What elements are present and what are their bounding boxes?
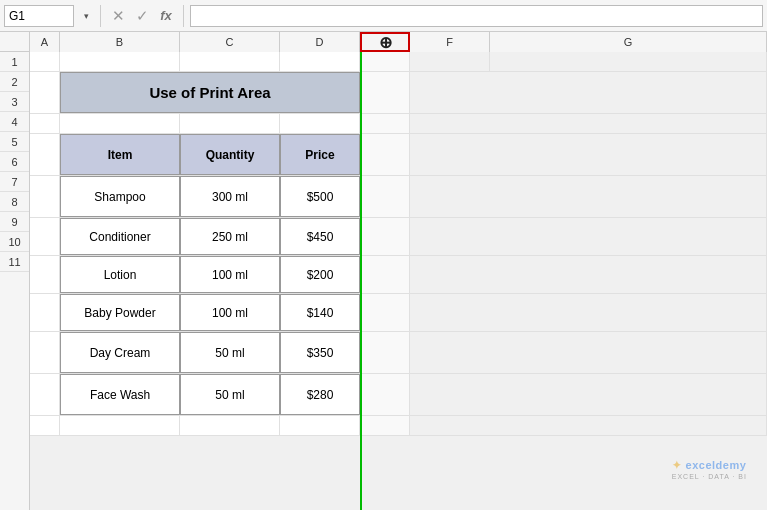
- grid-row-4: Item Quantity Price: [30, 134, 767, 176]
- cell-e10[interactable]: [360, 374, 410, 415]
- cell-f4[interactable]: [410, 134, 767, 175]
- cell-d4[interactable]: Price: [280, 134, 360, 175]
- row-number-5[interactable]: 5: [0, 132, 29, 152]
- col-header-f[interactable]: F: [410, 32, 490, 52]
- cell-f9[interactable]: [410, 332, 767, 373]
- row1-item: Shampoo: [94, 190, 145, 204]
- cell-e7[interactable]: [360, 256, 410, 293]
- formula-input[interactable]: [190, 5, 763, 27]
- cell-d10[interactable]: $280: [280, 374, 360, 415]
- cell-a10[interactable]: [30, 374, 60, 415]
- cell-a2[interactable]: [30, 72, 60, 113]
- row5-item: Day Cream: [90, 346, 151, 360]
- cell-d1[interactable]: [280, 52, 360, 71]
- cell-c8[interactable]: 100 ml: [180, 294, 280, 331]
- row-number-3[interactable]: 3: [0, 92, 29, 112]
- cell-f1[interactable]: [410, 52, 490, 71]
- cell-c6[interactable]: 250 ml: [180, 218, 280, 255]
- cell-ref-dropdown[interactable]: ▾: [78, 5, 94, 27]
- confirm-formula-icon[interactable]: ✓: [131, 5, 153, 27]
- cell-e2[interactable]: [360, 72, 410, 113]
- cell-d11[interactable]: [280, 416, 360, 435]
- cell-d9[interactable]: $350: [280, 332, 360, 373]
- col-header-a[interactable]: A: [30, 32, 60, 52]
- cell-a11[interactable]: [30, 416, 60, 435]
- col-header-c[interactable]: C: [180, 32, 280, 52]
- row-number-10[interactable]: 10: [0, 232, 29, 252]
- cell-e4[interactable]: [360, 134, 410, 175]
- cell-e5[interactable]: [360, 176, 410, 217]
- cancel-formula-icon[interactable]: ✕: [107, 5, 129, 27]
- cell-c3[interactable]: [180, 114, 280, 133]
- cell-a5[interactable]: [30, 176, 60, 217]
- cell-c7[interactable]: 100 ml: [180, 256, 280, 293]
- cell-b5[interactable]: Shampoo: [60, 176, 180, 217]
- cell-b6[interactable]: Conditioner: [60, 218, 180, 255]
- cell-d3[interactable]: [280, 114, 360, 133]
- spreadsheet: A B C D ⊕ F G 1 2 3 4 5: [0, 32, 767, 510]
- row-number-8[interactable]: 8: [0, 192, 29, 212]
- col-header-b[interactable]: B: [60, 32, 180, 52]
- cell-d6[interactable]: $450: [280, 218, 360, 255]
- cell-a4[interactable]: [30, 134, 60, 175]
- cell-b10[interactable]: Face Wash: [60, 374, 180, 415]
- row4-item: Baby Powder: [84, 306, 155, 320]
- cell-a1[interactable]: [30, 52, 60, 71]
- row6-item: Face Wash: [90, 388, 150, 402]
- row4-price: $140: [307, 306, 334, 320]
- cell-b2-merged[interactable]: Use of Print Area: [60, 72, 360, 113]
- cell-d8[interactable]: $140: [280, 294, 360, 331]
- cell-c5[interactable]: 300 ml: [180, 176, 280, 217]
- cell-a3[interactable]: [30, 114, 60, 133]
- row-number-7[interactable]: 7: [0, 172, 29, 192]
- cell-e9[interactable]: [360, 332, 410, 373]
- cell-a7[interactable]: [30, 256, 60, 293]
- cell-d5[interactable]: $500: [280, 176, 360, 217]
- cell-a9[interactable]: [30, 332, 60, 373]
- row-number-9[interactable]: 9: [0, 212, 29, 232]
- cell-e8[interactable]: [360, 294, 410, 331]
- cell-f5[interactable]: [410, 176, 767, 217]
- cell-b7[interactable]: Lotion: [60, 256, 180, 293]
- cell-e1[interactable]: [360, 52, 410, 71]
- cell-a6[interactable]: [30, 218, 60, 255]
- cell-f8[interactable]: [410, 294, 767, 331]
- cell-reference-box[interactable]: G1: [4, 5, 74, 27]
- cell-c9[interactable]: 50 ml: [180, 332, 280, 373]
- cell-f10[interactable]: [410, 374, 767, 415]
- cell-f6[interactable]: [410, 218, 767, 255]
- cell-b8[interactable]: Baby Powder: [60, 294, 180, 331]
- cell-e11[interactable]: [360, 416, 410, 435]
- cell-d7[interactable]: $200: [280, 256, 360, 293]
- cell-b1[interactable]: [60, 52, 180, 71]
- cell-b3[interactable]: [60, 114, 180, 133]
- cell-b9[interactable]: Day Cream: [60, 332, 180, 373]
- cell-g1[interactable]: [490, 52, 767, 71]
- cell-e6[interactable]: [360, 218, 410, 255]
- title-text: Use of Print Area: [149, 84, 270, 101]
- row-number-6[interactable]: 6: [0, 152, 29, 172]
- col-header-d[interactable]: D: [280, 32, 360, 52]
- cell-b4[interactable]: Item: [60, 134, 180, 175]
- cell-b11[interactable]: [60, 416, 180, 435]
- grid-rows: Use of Print Area: [30, 52, 767, 436]
- cell-f11[interactable]: [410, 416, 767, 435]
- col-header-e[interactable]: ⊕: [360, 32, 410, 52]
- cell-c10[interactable]: 50 ml: [180, 374, 280, 415]
- fx-icon[interactable]: fx: [155, 5, 177, 27]
- cell-f3[interactable]: [410, 114, 767, 133]
- row-number-1[interactable]: 1: [0, 52, 29, 72]
- cell-a8[interactable]: [30, 294, 60, 331]
- col-header-g[interactable]: G: [490, 32, 767, 52]
- cell-c4[interactable]: Quantity: [180, 134, 280, 175]
- cell-e3[interactable]: [360, 114, 410, 133]
- cell-f2[interactable]: [410, 72, 767, 113]
- watermark: ✦ exceldemy EXCEL · DATA · BI: [672, 459, 747, 480]
- cell-c11[interactable]: [180, 416, 280, 435]
- grid-row-11: [30, 416, 767, 436]
- cell-f7[interactable]: [410, 256, 767, 293]
- row-number-4[interactable]: 4: [0, 112, 29, 132]
- row-number-11[interactable]: 11: [0, 252, 29, 272]
- cell-c1[interactable]: [180, 52, 280, 71]
- row-number-2[interactable]: 2: [0, 72, 29, 92]
